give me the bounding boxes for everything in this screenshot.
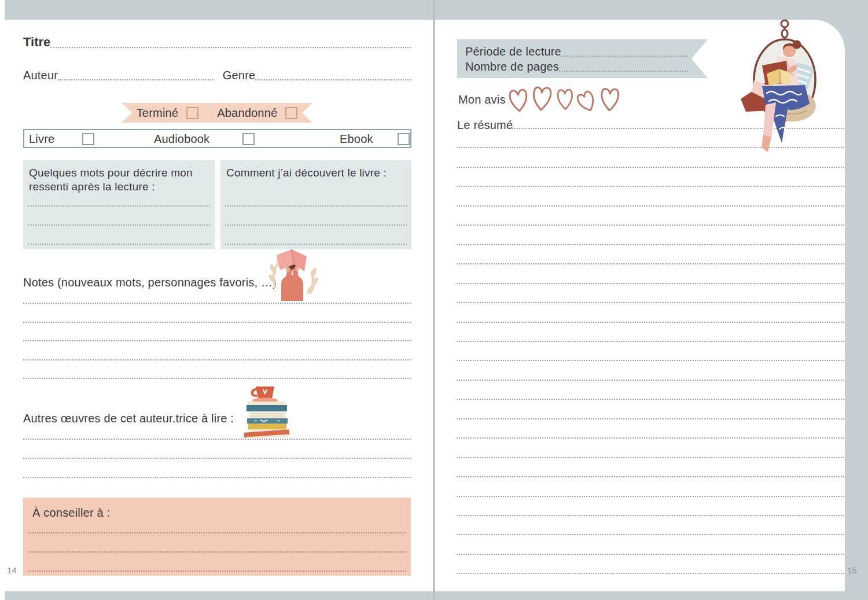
writing-line — [457, 360, 844, 361]
writing-line — [23, 477, 411, 478]
discovery-box-label: Comment j’ai découvert le livre : — [226, 166, 406, 180]
writing-line — [28, 224, 210, 226]
writing-line — [457, 244, 844, 245]
heart-icon — [509, 90, 528, 112]
summary-write-lines — [457, 128, 844, 585]
writing-line — [28, 532, 406, 533]
status-abandoned-label: Abandonné — [217, 106, 277, 120]
other-works-label: Autres œuvres de cet auteur.trice à lire… — [23, 411, 234, 425]
format-audiobook-checkbox — [242, 133, 255, 145]
writing-line — [28, 570, 406, 572]
writing-line — [28, 205, 210, 207]
writing-line — [457, 573, 844, 574]
left-page-number: 14 — [7, 565, 17, 575]
title-write-line — [50, 47, 411, 48]
book-stack-with-teacup-illustration — [235, 384, 293, 438]
status-finished-checkbox — [186, 107, 198, 119]
writing-line — [457, 263, 844, 264]
feelings-box-label: Quelques mots pour décrire mon ressenti … — [29, 166, 209, 194]
format-box: Livre Audiobook Ebook — [23, 129, 411, 148]
notes-write-lines — [23, 303, 411, 384]
writing-line — [457, 437, 844, 439]
notes-label: Notes (nouveaux mots, personnages favori… — [23, 275, 277, 289]
reading-period-write-line — [561, 56, 688, 57]
format-ebook-checkbox — [398, 133, 410, 145]
writing-line — [457, 341, 844, 342]
writing-line — [225, 205, 407, 207]
reading-info-banner: Période de lecture Nombre de pages — [457, 39, 708, 78]
writing-line — [457, 554, 844, 555]
writing-line — [28, 551, 406, 553]
discovery-box: Comment j’ai découvert le livre : — [220, 160, 411, 249]
writing-line — [23, 340, 411, 341]
author-genre-row: Auteur Genre — [23, 68, 411, 82]
format-livre-label: Livre — [29, 132, 54, 146]
writing-line — [457, 399, 844, 400]
status-abandoned-checkbox — [285, 107, 297, 119]
page-count-write-line — [559, 71, 688, 72]
writing-line — [23, 359, 411, 360]
format-ebook-label: Ebook — [340, 132, 373, 146]
writing-line — [457, 534, 844, 535]
writing-line — [457, 457, 844, 458]
recommend-label: À conseiller à : — [32, 506, 110, 520]
writing-line — [23, 458, 411, 459]
status-banner: Terminé Abandonné — [122, 103, 312, 123]
author-label: Auteur — [23, 68, 58, 82]
bottom-margin-band — [5, 591, 868, 600]
writing-line — [23, 439, 411, 440]
writing-line — [23, 322, 411, 323]
writing-line — [457, 476, 844, 477]
discovery-write-lines — [225, 205, 407, 246]
writing-line — [225, 244, 407, 245]
writing-line — [457, 186, 844, 187]
right-page: Période de lecture Nombre de pages Mon a… — [435, 20, 845, 591]
title-label: Titre — [23, 35, 50, 50]
recommend-box: À conseiller à : — [23, 498, 411, 576]
writing-line — [225, 224, 407, 226]
page-count-field: Nombre de pages — [465, 60, 688, 73]
woman-in-hanging-chair-illustration — [733, 18, 827, 157]
writing-line — [457, 496, 844, 497]
status-finished-label: Terminé — [137, 106, 179, 120]
other-works-write-lines — [23, 439, 411, 482]
writing-line — [457, 167, 844, 168]
right-page-number: 15 — [847, 565, 857, 575]
rating-hearts — [508, 83, 621, 117]
heart-icon — [533, 87, 551, 111]
writing-line — [457, 224, 844, 226]
page-count-label: Nombre de pages — [465, 60, 559, 73]
heart-icon — [576, 90, 597, 113]
format-livre-checkbox — [82, 133, 94, 145]
genre-write-line — [255, 79, 411, 80]
top-margin-band — [5, 0, 868, 20]
writing-line — [457, 302, 844, 303]
writing-line — [457, 515, 844, 516]
writing-line — [457, 380, 844, 381]
format-audiobook-label: Audiobook — [154, 132, 209, 146]
reading-period-field: Période de lecture — [465, 45, 688, 58]
writing-line — [457, 322, 844, 323]
genre-label: Genre — [223, 68, 256, 82]
writing-line — [23, 378, 411, 379]
writing-line — [457, 205, 844, 207]
feelings-write-lines — [28, 205, 210, 246]
author-write-line — [58, 79, 214, 80]
feelings-box: Quelques mots pour décrire mon ressenti … — [23, 160, 215, 249]
woman-reading-book-illustration — [265, 247, 321, 301]
writing-line — [457, 418, 844, 419]
heart-icon — [601, 89, 619, 111]
heart-icon — [558, 90, 573, 109]
reading-period-label: Période de lecture — [465, 45, 561, 58]
title-field: Titre — [23, 35, 411, 50]
rating-label: Mon avis — [458, 93, 506, 106]
reading-journal-spread: Titre Auteur Genre Terminé Abandonné Liv… — [0, 0, 868, 600]
writing-line — [23, 303, 411, 304]
writing-line — [457, 283, 844, 284]
recommend-write-lines — [28, 532, 406, 573]
writing-line — [28, 244, 210, 245]
right-margin-band — [843, 0, 868, 600]
